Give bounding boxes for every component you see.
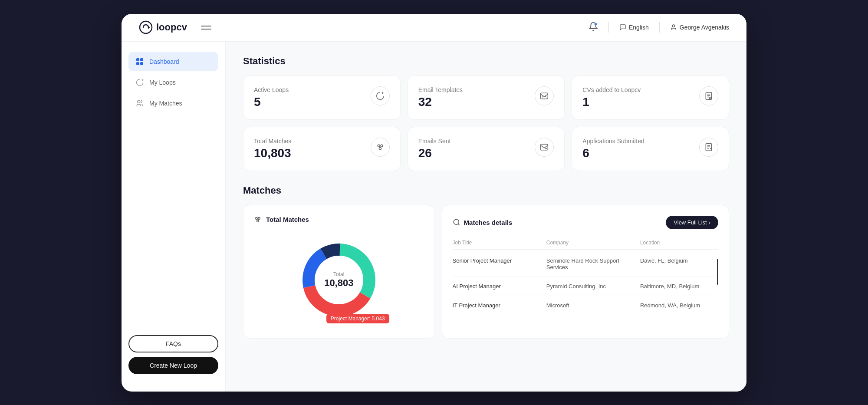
stat-label-emails-sent: Emails Sent xyxy=(418,138,451,145)
user-menu[interactable]: George Avgenakis xyxy=(670,24,729,31)
company-2: Pyramid Consulting, Inc xyxy=(546,283,640,290)
stat-value-active-loops: 5 xyxy=(254,95,289,109)
sidebar-item-my-loops[interactable]: My Loops xyxy=(128,73,218,92)
logo-text: loopcv xyxy=(156,22,187,33)
table-row: IT Project Manager Microsoft Redmond, WA… xyxy=(453,296,718,315)
svg-point-8 xyxy=(380,145,382,147)
header-divider-1 xyxy=(608,22,609,33)
create-new-loop-button[interactable]: Create New Loop xyxy=(128,357,218,374)
company-1: Seminole Hard Rock Support Services xyxy=(546,257,640,270)
stat-icon-email-templates xyxy=(535,86,554,105)
stat-label-email-templates: Email Templates xyxy=(418,86,463,93)
donut-tooltip: Project Manager: 5.043 xyxy=(326,314,389,323)
sidebar-nav: Dashboard My Loops xyxy=(122,52,225,328)
faq-button[interactable]: FAQs xyxy=(128,335,218,352)
matches-icon xyxy=(135,99,144,108)
svg-point-23 xyxy=(454,219,459,224)
notification-button[interactable] xyxy=(589,22,598,33)
matches-details-card: Matches details View Full List › Job Tit… xyxy=(442,205,729,339)
scrollbar-indicator[interactable] xyxy=(717,259,718,285)
stat-value-cvs-added: 1 xyxy=(582,95,641,109)
donut-label: Total xyxy=(324,271,353,277)
view-full-list-button[interactable]: View Full List › xyxy=(666,216,718,229)
stat-value-email-templates: 32 xyxy=(418,95,463,109)
job-title-3: IT Project Manager xyxy=(453,302,546,309)
svg-point-9 xyxy=(379,147,381,149)
stat-label-cvs-added: CVs added to Loopcv xyxy=(582,86,641,93)
main-content: Statistics Active Loops 5 xyxy=(226,42,746,392)
sidebar-label-dashboard: Dashboard xyxy=(149,58,179,65)
header: loopcv English xyxy=(122,14,746,42)
location-1: Davie, FL, Belgium xyxy=(640,257,718,270)
user-name-text: George Avgenakis xyxy=(680,24,729,31)
stat-label-total-matches: Total Matches xyxy=(254,138,291,145)
col-header-company: Company xyxy=(546,240,640,246)
statistics-title: Statistics xyxy=(243,56,729,67)
svg-point-3 xyxy=(138,100,140,103)
svg-rect-12 xyxy=(541,144,548,150)
job-title-2: AI Project Manager xyxy=(453,283,546,290)
search-icon xyxy=(453,218,460,226)
stat-value-emails-sent: 26 xyxy=(418,146,451,160)
donut-chart-container: Total 10,803 Project Manager: 5.043 xyxy=(254,232,424,328)
svg-line-17 xyxy=(256,219,258,220)
svg-point-0 xyxy=(140,21,152,33)
svg-point-16 xyxy=(257,220,259,222)
col-header-job-title: Job Title xyxy=(453,240,546,246)
sidebar-bottom: FAQs Create New Loop xyxy=(122,328,225,381)
table-row: AI Project Manager Pyramid Consulting, I… xyxy=(453,277,718,296)
dashboard-icon xyxy=(135,57,144,66)
header-right: English George Avgenakis xyxy=(589,22,729,33)
logo[interactable]: loopcv xyxy=(139,20,187,34)
language-text: English xyxy=(629,24,649,31)
sidebar-item-dashboard[interactable]: Dashboard xyxy=(128,52,218,71)
col-header-location: Location xyxy=(640,240,718,246)
stats-grid: Active Loops 5 xyxy=(243,76,729,171)
stat-card-emails-sent: Emails Sent 26 xyxy=(408,127,565,171)
svg-line-18 xyxy=(258,219,259,220)
stat-icon-active-loops xyxy=(371,86,390,105)
sidebar-item-my-matches[interactable]: My Matches xyxy=(128,94,218,113)
stat-card-email-templates: Email Templates 32 xyxy=(408,76,565,120)
svg-rect-13 xyxy=(706,143,711,151)
sidebar: Dashboard My Loops xyxy=(122,42,226,392)
svg-point-15 xyxy=(258,217,260,219)
svg-rect-4 xyxy=(541,93,548,99)
matches-details-label: Matches details xyxy=(464,219,513,226)
loops-icon xyxy=(135,78,144,87)
stat-card-active-loops: Active Loops 5 xyxy=(243,76,401,120)
total-matches-card: Total Matches xyxy=(243,205,435,339)
language-selector[interactable]: English xyxy=(619,24,649,31)
matches-details-header: Matches details View Full List › xyxy=(453,216,718,229)
header-divider-2 xyxy=(659,22,660,33)
stat-card-applications: Applications Submitted 6 xyxy=(572,127,729,171)
hamburger-menu[interactable] xyxy=(201,26,211,30)
total-matches-icon xyxy=(254,216,262,224)
main-layout: Dashboard My Loops xyxy=(122,42,746,392)
job-title-1: Senior Project Manager xyxy=(453,257,546,270)
user-icon xyxy=(670,24,677,31)
matches-grid: Total Matches xyxy=(243,205,729,339)
svg-point-14 xyxy=(256,217,258,219)
chat-icon xyxy=(619,24,626,31)
stat-label-applications: Applications Submitted xyxy=(582,138,644,145)
location-3: Redmond, WA, Belgium xyxy=(640,302,718,309)
svg-point-1 xyxy=(595,23,597,26)
view-full-list-label: View Full List xyxy=(674,219,707,226)
company-3: Microsoft xyxy=(546,302,640,309)
matches-title: Matches xyxy=(243,185,729,196)
svg-line-10 xyxy=(378,147,380,148)
chevron-right-icon: › xyxy=(709,219,710,226)
stat-icon-emails-sent xyxy=(535,138,554,157)
donut-value: 10,803 xyxy=(324,277,353,289)
stat-label-active-loops: Active Loops xyxy=(254,86,289,93)
svg-point-7 xyxy=(378,145,380,147)
stat-icon-applications xyxy=(699,138,718,157)
total-matches-card-label: Total Matches xyxy=(266,216,309,223)
stat-icon-total-matches xyxy=(371,138,390,157)
table-header: Job Title Company Location xyxy=(453,236,718,250)
svg-point-2 xyxy=(672,25,674,27)
sidebar-label-my-matches: My Matches xyxy=(149,100,182,107)
stat-card-total-matches: Total Matches 10,803 xyxy=(243,127,401,171)
stat-value-total-matches: 10,803 xyxy=(254,146,291,160)
